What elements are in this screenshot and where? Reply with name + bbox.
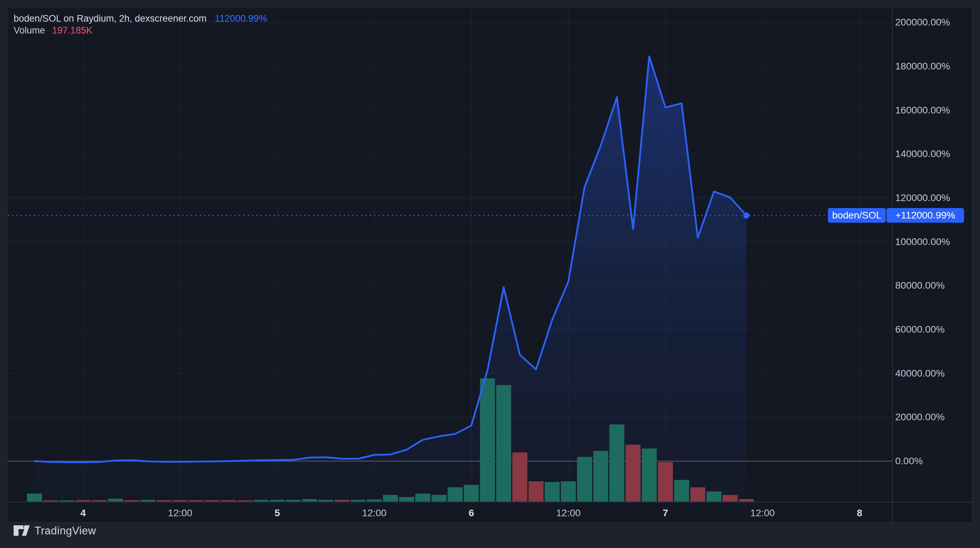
volume-bar xyxy=(173,500,188,502)
volume-bar xyxy=(383,495,398,502)
price-axis[interactable]: 200000.00%180000.00%160000.00%140000.00%… xyxy=(892,8,972,502)
price-axis-label: 0.00% xyxy=(895,456,923,467)
volume-bar xyxy=(642,449,657,502)
volume-bar xyxy=(221,500,236,502)
grid-horizontal xyxy=(8,22,892,417)
volume-bar xyxy=(431,495,446,502)
volume-bar xyxy=(140,500,155,502)
time-axis-label: 5 xyxy=(274,507,280,519)
time-axis-label: 12:00 xyxy=(750,507,775,519)
price-axis-label: 100000.00% xyxy=(895,236,950,247)
volume-bar xyxy=(448,487,463,502)
volume-bar xyxy=(593,451,608,502)
volume-bar xyxy=(609,424,624,502)
time-axis-label: 7 xyxy=(663,507,668,519)
volume-bar xyxy=(690,487,705,502)
last-price-value-badge: +112000.99% xyxy=(886,208,964,223)
volume-bar xyxy=(253,500,268,502)
volume-bar xyxy=(545,482,560,502)
volume-bar xyxy=(528,481,543,502)
last-price-symbol-badge: boden/SOL xyxy=(828,208,886,223)
volume-bar xyxy=(43,500,58,502)
tradingview-logo[interactable]: TradingView xyxy=(13,524,96,537)
price-axis-label: 140000.00% xyxy=(895,148,950,159)
symbol-title[interactable]: boden/SOL on Raydium, 2h, dexscreener.co… xyxy=(14,13,207,24)
volume-bar xyxy=(561,481,576,502)
volume-bar xyxy=(124,500,139,502)
legend-change-value: 112000.99% xyxy=(215,13,267,24)
chart-frame: boden/SOL on Raydium, 2h, dexscreener.co… xyxy=(7,7,972,523)
page: boden/SOL on Raydium, 2h, dexscreener.co… xyxy=(0,0,980,548)
volume-bar xyxy=(318,500,333,502)
time-axis-label: 6 xyxy=(469,507,474,519)
volume-bar xyxy=(92,500,107,502)
time-axis-label: 8 xyxy=(857,507,862,519)
chart-canvas[interactable] xyxy=(8,8,972,523)
volume-bar xyxy=(706,491,721,502)
time-axis-label: 12:00 xyxy=(168,507,192,519)
volume-bar xyxy=(367,500,382,502)
volume-bar xyxy=(270,500,285,502)
volume-bar xyxy=(156,500,171,502)
volume-bar xyxy=(27,494,42,502)
price-axis-label: 60000.00% xyxy=(895,324,945,335)
last-price-dot xyxy=(743,212,749,218)
volume-bar xyxy=(723,495,738,502)
price-axis-label: 40000.00% xyxy=(895,368,945,379)
time-axis-label: 12:00 xyxy=(362,507,387,519)
time-axis[interactable]: 412:00512:00612:00712:008 xyxy=(8,502,892,523)
price-axis-label: 200000.00% xyxy=(895,17,950,28)
chart-legend: boden/SOL on Raydium, 2h, dexscreener.co… xyxy=(14,13,267,36)
tradingview-icon xyxy=(13,524,30,537)
volume-bar xyxy=(76,500,91,502)
volume-bar xyxy=(464,485,479,502)
tradingview-brand-text: TradingView xyxy=(35,525,96,537)
volume-bar xyxy=(108,499,123,502)
price-axis-label: 80000.00% xyxy=(895,280,945,291)
volume-bar xyxy=(286,500,301,502)
time-axis-label: 12:00 xyxy=(556,507,581,519)
volume-bar xyxy=(658,462,673,502)
volume-bar xyxy=(334,500,349,502)
price-axis-label: 20000.00% xyxy=(895,411,945,423)
volume-bar xyxy=(205,500,220,502)
time-axis-label: 4 xyxy=(80,507,86,519)
volume-bar xyxy=(59,500,74,502)
volume-bar xyxy=(512,452,527,502)
volume-bar xyxy=(237,500,252,502)
volume-bar xyxy=(674,480,689,502)
volume-bar xyxy=(189,500,204,502)
volume-bar xyxy=(480,378,495,502)
volume-bar xyxy=(496,385,511,502)
area-fill xyxy=(35,57,746,502)
volume-bar xyxy=(351,500,366,502)
volume-bar xyxy=(577,457,592,502)
volume-bar xyxy=(399,497,414,502)
legend-volume-value: 197.185K xyxy=(52,25,92,36)
volume-bar xyxy=(415,494,430,502)
volume-bar xyxy=(302,499,317,502)
volume-bar xyxy=(626,445,641,502)
price-axis-label: 180000.00% xyxy=(895,61,950,72)
volume-bar xyxy=(739,499,754,502)
price-axis-label: 160000.00% xyxy=(895,105,950,116)
price-axis-label: 120000.00% xyxy=(895,192,950,204)
legend-volume-label: Volume xyxy=(14,25,45,36)
